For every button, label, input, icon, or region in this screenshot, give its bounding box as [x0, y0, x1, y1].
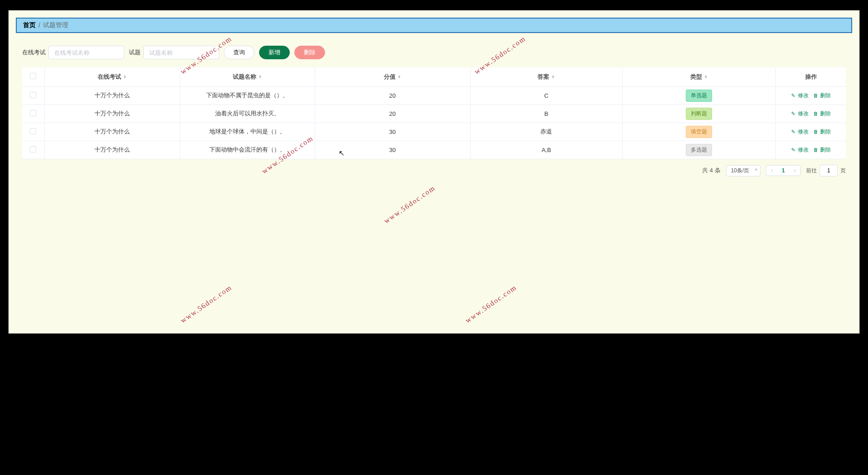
edit-icon	[791, 93, 797, 98]
table-header-row: 在线考试▲▼ 试题名称▲▼ 分值▲▼ 答案▲▼ 类型▲▼ 操作	[22, 67, 846, 86]
delete-row-button[interactable]: 删除	[813, 128, 831, 136]
edit-icon	[791, 129, 797, 134]
page-jump: 前往 页	[806, 165, 846, 176]
type-tag: 判断题	[686, 108, 712, 120]
row-checkbox[interactable]	[30, 110, 36, 116]
breadcrumb-home[interactable]: 首页	[23, 21, 36, 29]
edit-button[interactable]: 修改	[791, 128, 809, 136]
sort-icon: ▲▼	[123, 75, 127, 79]
page-size-select[interactable]: 10条/页	[726, 165, 761, 176]
row-checkbox[interactable]	[30, 128, 36, 134]
delete-button[interactable]: 删除	[294, 46, 325, 59]
app-frame: 首页 / 试题管理 在线考试 试题 查询 新增 删除 在线考试▲▼ 试题名称▲▼…	[8, 10, 860, 334]
cell-score: 20	[315, 86, 470, 104]
col-question-name[interactable]: 试题名称▲▼	[180, 67, 315, 86]
col-answer[interactable]: 答案▲▼	[470, 67, 622, 86]
edit-button[interactable]: 修改	[791, 146, 809, 154]
col-type[interactable]: 类型▲▼	[623, 67, 776, 86]
cell-question-name: 地球是个球体，中间是（）。	[180, 123, 315, 141]
delete-icon	[813, 93, 819, 98]
next-page-button[interactable]: ›	[789, 166, 800, 176]
delete-row-button[interactable]: 删除	[813, 110, 831, 118]
watermark: www.56doc.com	[464, 283, 518, 325]
delete-row-button[interactable]: 删除	[813, 146, 831, 154]
cell-type: 多选题	[623, 141, 776, 159]
cell-exam: 十万个为什么	[44, 141, 180, 159]
current-page[interactable]: 1	[777, 166, 789, 176]
delete-row-button[interactable]: 删除	[813, 92, 831, 100]
sort-icon: ▲▼	[704, 75, 708, 79]
table: 在线考试▲▼ 试题名称▲▼ 分值▲▼ 答案▲▼ 类型▲▼ 操作 十万个为什么 下…	[22, 67, 846, 159]
delete-icon	[813, 147, 819, 152]
toolbar: 在线考试 试题 查询 新增 删除	[9, 33, 859, 67]
question-input[interactable]	[143, 46, 219, 59]
exam-label: 在线考试	[22, 48, 46, 57]
col-exam[interactable]: 在线考试▲▼	[44, 67, 180, 86]
sort-icon: ▲▼	[551, 75, 555, 79]
cell-answer: 赤道	[470, 123, 622, 141]
watermark: www.56doc.com	[382, 184, 437, 225]
breadcrumb: 首页 / 试题管理	[16, 18, 852, 33]
cell-type: 判断题	[623, 104, 776, 123]
cell-score: 30	[315, 141, 470, 159]
cell-type: 单选题	[623, 86, 776, 104]
add-button[interactable]: 新增	[259, 46, 290, 59]
cell-exam: 十万个为什么	[44, 86, 180, 104]
cell-answer: B	[470, 104, 622, 123]
edit-icon	[791, 111, 797, 116]
table-row: 十万个为什么 地球是个球体，中间是（）。 30 赤道 填空题 修改 删除	[22, 123, 846, 141]
breadcrumb-separator: /	[38, 22, 40, 29]
prev-page-button[interactable]: ‹	[766, 166, 777, 176]
table-row: 十万个为什么 下面动物中会流汗的有（）。 30 A,B 多选题 修改 删除	[22, 141, 846, 159]
edit-button[interactable]: 修改	[791, 110, 809, 118]
row-checkbox[interactable]	[30, 92, 36, 98]
delete-icon	[813, 129, 819, 134]
pagination-total: 共 4 条	[702, 166, 720, 175]
table-row: 十万个为什么 油着火后可以用水扑灭。 20 B 判断题 修改 删除	[22, 104, 846, 123]
sort-icon: ▲▼	[258, 75, 262, 79]
breadcrumb-current: 试题管理	[43, 21, 68, 29]
search-button[interactable]: 查询	[224, 46, 255, 59]
pager: ‹ 1 ›	[766, 165, 801, 176]
cell-score: 20	[315, 104, 470, 123]
cell-question-name: 油着火后可以用水扑灭。	[180, 104, 315, 123]
edit-icon	[791, 147, 797, 152]
edit-button[interactable]: 修改	[791, 92, 809, 100]
cell-exam: 十万个为什么	[44, 123, 180, 141]
col-operations: 操作	[776, 67, 846, 86]
cell-question-name: 下面动物中会流汗的有（）。	[180, 141, 315, 159]
cell-score: 30	[315, 123, 470, 141]
cell-answer: C	[470, 86, 622, 104]
col-score[interactable]: 分值▲▼	[315, 67, 470, 86]
cell-exam: 十万个为什么	[44, 104, 180, 123]
exam-input[interactable]	[48, 46, 124, 59]
page-jump-input[interactable]	[820, 165, 838, 176]
sort-icon: ▲▼	[397, 75, 401, 79]
table-row: 十万个为什么 下面动物不属于昆虫的是（）。 20 C 单选题 修改 删除	[22, 86, 846, 104]
type-tag: 多选题	[686, 144, 712, 156]
cell-question-name: 下面动物不属于昆虫的是（）。	[180, 86, 315, 104]
delete-icon	[813, 111, 819, 116]
pagination: 共 4 条 10条/页 ‹ 1 › 前往 页	[9, 159, 859, 176]
type-tag: 单选题	[686, 90, 712, 102]
cell-type: 填空题	[623, 123, 776, 141]
watermark: www.56doc.com	[179, 283, 233, 325]
select-all-checkbox[interactable]	[30, 73, 36, 79]
question-label: 试题	[129, 48, 141, 57]
row-checkbox[interactable]	[30, 146, 36, 152]
cell-answer: A,B	[470, 141, 622, 159]
type-tag: 填空题	[686, 126, 712, 138]
